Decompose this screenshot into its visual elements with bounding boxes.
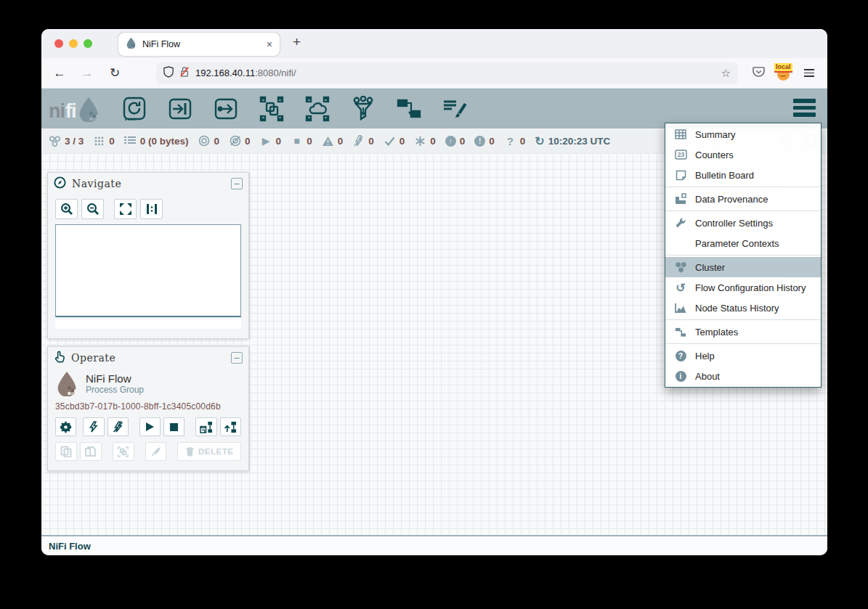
selected-component: NiFi Flow Process Group — [48, 369, 248, 396]
invalid-count: 0 — [338, 136, 344, 147]
template-tool-icon[interactable] — [395, 95, 423, 123]
group-button[interactable] — [113, 442, 134, 461]
operate-panel: Operate – NiFi Flow Process Group 35cbd3… — [47, 346, 249, 471]
menu-item-data-provenance[interactable]: Data Provenance — [665, 189, 821, 209]
new-tab-button[interactable]: + — [293, 34, 301, 50]
nifi-global-menu-icon[interactable] — [793, 99, 816, 117]
nifi-logo: nifi — [49, 96, 100, 122]
zoom-in-button[interactable] — [55, 199, 78, 219]
menu-item-label: Parameter Contexts — [695, 238, 779, 249]
collapse-navigate-button[interactable]: – — [231, 178, 243, 189]
input-port-tool-icon[interactable] — [166, 95, 194, 123]
url-bar[interactable]: 192.168.40.11:8080/nifi/ ☆ — [156, 62, 738, 84]
queued-count: 0 (0 bytes) — [140, 136, 189, 147]
selected-component-name: NiFi Flow — [86, 372, 144, 385]
copy-button[interactable] — [55, 442, 77, 461]
menu-item-label: Bulletin Board — [695, 170, 754, 181]
processor-tool-icon[interactable] — [121, 95, 148, 123]
bookmark-star-icon[interactable]: ☆ — [721, 67, 731, 80]
back-icon[interactable]: ← — [52, 66, 68, 81]
menu-item-label: Help — [695, 351, 715, 361]
profile-avatar[interactable]: local — [776, 66, 792, 81]
navigate-controls — [48, 195, 248, 219]
desktop-background: NiFi Flow × + ← → ↻ 192.168.40.11:8080/n… — [0, 0, 868, 609]
enable-button[interactable] — [83, 417, 104, 436]
window-controls — [54, 39, 92, 48]
connected-nodes-count: 3 / 3 — [65, 136, 84, 147]
breadcrumb[interactable]: NiFi Flow — [49, 541, 91, 552]
minimize-window-button[interactable] — [69, 39, 78, 48]
stop-button[interactable] — [163, 417, 184, 436]
not-transmitting-stat: 0 — [229, 135, 251, 147]
operate-buttons-row-2: DELETE — [48, 436, 248, 461]
svg-text:23: 23 — [677, 151, 684, 158]
stale-count: 0 — [460, 136, 466, 147]
disabled-stat: 0 — [352, 135, 374, 147]
zoom-actual-button[interactable] — [140, 199, 163, 219]
operate-panel-title: Operate — [71, 352, 225, 364]
active-threads-count: 0 — [109, 136, 115, 147]
url-text[interactable]: 192.168.40.11:8080/nifi/ — [195, 68, 715, 78]
menu-item-label: Flow Configuration History — [695, 282, 806, 293]
remote-process-group-tool-icon[interactable] — [304, 95, 331, 123]
cluster-icon — [49, 135, 61, 147]
bulletin-board-icon — [674, 168, 687, 181]
browser-menu-icon[interactable] — [804, 69, 814, 77]
exclamation-circle-icon: ! — [474, 136, 485, 147]
menu-item-summary[interactable]: Summary — [665, 124, 821, 144]
reload-icon[interactable]: ↻ — [107, 65, 123, 81]
menu-item-parameter-contexts[interactable]: Parameter Contexts — [665, 233, 821, 253]
pocket-icon[interactable] — [753, 66, 765, 81]
global-menu: Summary 23 Counters Bulletin Board Data … — [665, 123, 822, 388]
menu-item-help[interactable]: ? Help — [665, 346, 821, 366]
nifi-drop-icon — [77, 96, 100, 122]
funnel-tool-icon[interactable] — [349, 95, 377, 123]
menu-item-flow-configuration-history[interactable]: ↺ Flow Configuration History — [665, 277, 821, 298]
forward-icon[interactable]: → — [79, 66, 95, 81]
stale-arrow-icon: ↑ — [445, 136, 456, 147]
menu-item-bulletin-board[interactable]: Bulletin Board — [665, 165, 821, 185]
navigate-panel: Navigate – — [47, 172, 249, 339]
paste-button[interactable] — [80, 442, 102, 461]
menu-item-label: Cluster — [695, 262, 725, 273]
shield-icon[interactable] — [163, 66, 174, 81]
create-template-button[interactable] — [195, 417, 216, 436]
collapse-operate-button[interactable]: – — [231, 352, 243, 364]
logo-text-fi: fi — [65, 100, 76, 122]
menu-item-label: Node Status History — [695, 303, 779, 314]
start-button[interactable] — [139, 417, 161, 436]
upload-template-button[interactable] — [220, 417, 241, 436]
birdseye-slider[interactable] — [55, 319, 241, 329]
birdseye-minimap[interactable] — [55, 224, 241, 317]
browser-tab[interactable]: NiFi Flow × — [118, 33, 280, 56]
help-icon: ? — [674, 349, 687, 362]
zoom-out-button[interactable] — [81, 199, 104, 219]
configuration-button[interactable] — [55, 417, 76, 436]
zoom-fit-button[interactable] — [114, 199, 137, 219]
menu-item-about[interactable]: i About — [665, 366, 821, 386]
close-window-button[interactable] — [54, 39, 63, 48]
menu-item-cluster[interactable]: Cluster — [665, 257, 821, 277]
queued-list-icon — [124, 135, 137, 147]
menu-item-counters[interactable]: 23 Counters — [665, 144, 821, 165]
zoom-window-button[interactable] — [84, 39, 92, 48]
menu-divider — [665, 319, 821, 320]
process-group-tool-icon[interactable] — [258, 95, 285, 123]
label-tool-icon[interactable] — [441, 95, 469, 123]
threads-grid-icon — [93, 135, 105, 147]
refresh-icon[interactable]: ↻ — [535, 134, 544, 148]
color-button[interactable] — [145, 442, 167, 461]
delete-button[interactable]: DELETE — [177, 442, 241, 461]
container-badge: local — [774, 63, 792, 73]
menu-item-templates[interactable]: Templates — [665, 322, 821, 342]
disable-button[interactable] — [108, 417, 129, 436]
up-to-date-stat: 0 — [384, 135, 405, 147]
output-port-tool-icon[interactable] — [212, 95, 240, 123]
insecure-lock-icon[interactable] — [179, 66, 190, 81]
check-icon — [384, 135, 396, 147]
close-tab-icon[interactable]: × — [267, 38, 272, 50]
stale-stat: ↑ 0 — [445, 136, 466, 147]
menu-item-label: Controller Settings — [695, 218, 773, 229]
menu-item-controller-settings[interactable]: Controller Settings — [665, 213, 821, 233]
menu-item-node-status-history[interactable]: Node Status History — [665, 298, 821, 318]
